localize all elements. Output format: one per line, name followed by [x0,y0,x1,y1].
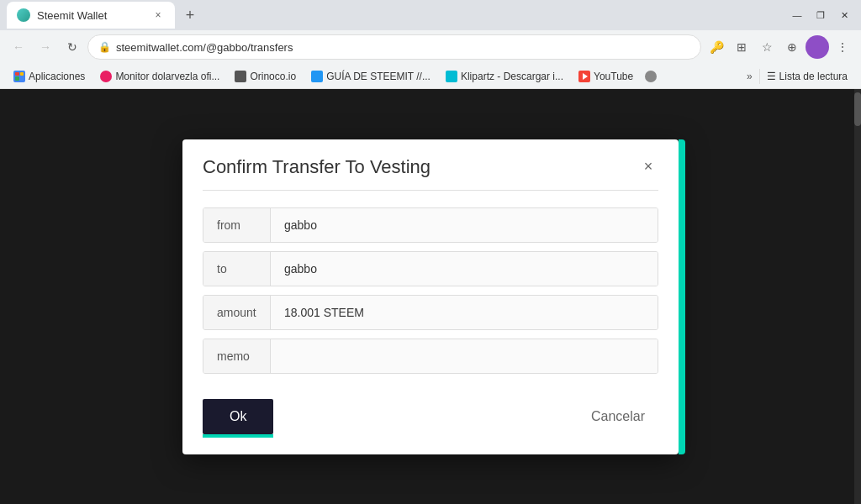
amount-field-row: amount 18.001 STEEM [203,295,658,330]
bookmark-steemit[interactable]: GUÍA DE STEEMIT //... [304,69,437,84]
orinoco-favicon [235,71,246,82]
steemit-bm-favicon [311,71,323,82]
address-text: steemitwallet.com/@gabbo/transfers [116,41,690,54]
to-field-row: to gabbo [203,251,658,286]
klipartz-favicon [446,71,457,82]
translate-icon[interactable]: ⊞ [730,35,753,59]
cancel-button[interactable]: Cancelar [578,399,658,434]
refresh-button[interactable]: ↻ [61,35,84,59]
tab-label: Steemit Wallet [37,9,145,22]
tab-close-button[interactable]: × [151,8,165,22]
more-bookmarks-button[interactable]: » [742,69,758,84]
maximize-button[interactable]: ❐ [811,8,831,22]
bookmark-label: YouTube [594,71,633,82]
menu-icon[interactable]: ⋮ [831,35,854,59]
from-value: gabbo [271,208,658,242]
extensions-icon[interactable]: ⊕ [780,35,804,59]
from-field-row: from gabbo [203,207,658,243]
memo-label: memo [203,339,271,373]
steemit-favicon [17,8,30,22]
modal-wrapper: Confirm Transfer To Vesting × from gabbo… [182,139,679,454]
reading-list-button[interactable]: ☰ Lista de lectura [759,69,854,84]
bookmarks-bar: Aplicaciones Monitor dolarvezla ofi... O… [0,64,861,89]
reading-list-label: Lista de lectura [779,71,848,82]
bookmark-label: Monitor dolarvezla ofi... [115,71,219,82]
monitor-favicon [100,71,112,82]
page-content: Confirm Transfer To Vesting × from gabbo… [0,89,861,504]
bookmark-label: GUÍA DE STEEMIT //... [326,71,430,82]
bookmark-orinoco[interactable]: Orinoco.io [228,69,303,84]
memo-field-row: memo [203,339,658,374]
youtube-favicon [578,71,590,82]
new-tab-button[interactable]: + [178,3,202,27]
key-icon[interactable]: 🔑 [705,35,728,59]
to-label: to [203,252,271,286]
amount-label: amount [203,296,271,329]
title-bar: Steemit Wallet × + — ❐ ✕ [0,0,861,30]
modal-title: Confirm Transfer To Vesting [203,156,430,178]
bookmark-label: Orinoco.io [250,71,296,82]
globe-favicon [645,71,657,82]
modal-footer: Ok Cancelar [182,391,679,454]
browser-tab[interactable]: Steemit Wallet × [7,2,175,29]
close-window-button[interactable]: ✕ [834,8,854,22]
bookmark-youtube[interactable]: YouTube [572,69,640,84]
bookmark-klipartz[interactable]: Klipartz - Descargar i... [439,69,570,84]
modal-accent [679,139,685,454]
profile-avatar[interactable] [806,35,829,59]
browser-chrome: Steemit Wallet × + — ❐ ✕ ← → ↻ 🔒 steemit… [0,0,861,89]
apps-favicon [13,71,25,82]
nav-actions: 🔑 ⊞ ☆ ⊕ ⋮ [705,35,854,59]
reading-list-icon: ☰ [767,71,776,82]
bookmark-star-icon[interactable]: ☆ [755,35,779,59]
confirm-transfer-modal: Confirm Transfer To Vesting × from gabbo… [182,139,679,454]
bookmark-label: Aplicaciones [29,71,85,82]
address-bar[interactable]: 🔒 steemitwallet.com/@gabbo/transfers [87,34,701,60]
window-controls: — ❐ ✕ [787,8,854,22]
minimize-button[interactable]: — [787,8,807,22]
memo-value [271,339,658,373]
amount-value: 18.001 STEEM [271,296,658,329]
modal-body: from gabbo to gabbo amount 18.001 STEEM … [182,191,679,391]
modal-close-button[interactable]: × [638,157,658,177]
bookmark-label: Klipartz - Descargar i... [461,71,563,82]
lock-icon: 🔒 [98,41,111,53]
bookmark-monitor[interactable]: Monitor dolarvezla ofi... [93,69,226,84]
nav-bar: ← → ↻ 🔒 steemitwallet.com/@gabbo/transfe… [0,30,861,64]
modal-header: Confirm Transfer To Vesting × [182,139,679,190]
modal-overlay: Confirm Transfer To Vesting × from gabbo… [0,89,861,504]
ok-button[interactable]: Ok [203,399,273,434]
to-value: gabbo [271,252,658,286]
back-button[interactable]: ← [7,35,30,59]
bookmark-aplicaciones[interactable]: Aplicaciones [7,69,92,84]
forward-button[interactable]: → [34,35,57,59]
from-label: from [203,208,271,242]
